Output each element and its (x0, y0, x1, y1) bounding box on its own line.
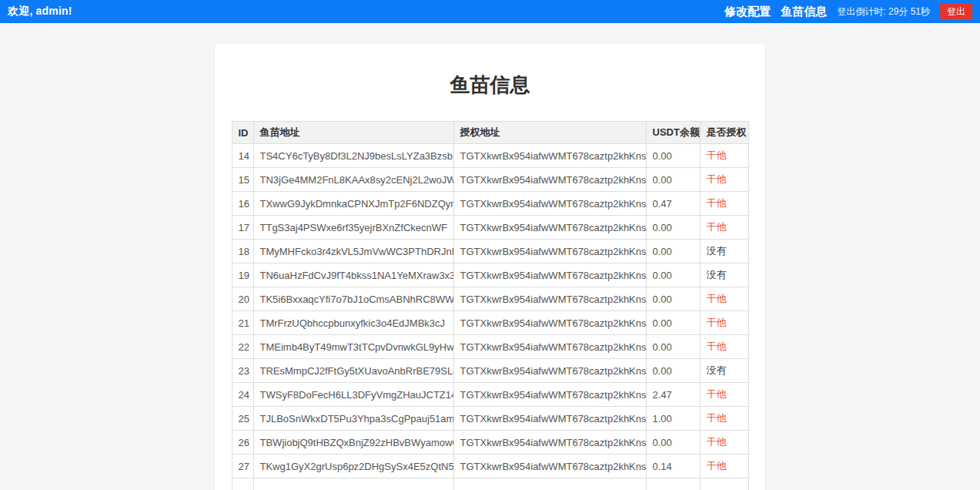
action-link[interactable]: 干他 (707, 412, 727, 424)
navbar-right-group: 修改配置 鱼苗信息 登出倒计时: 29分 51秒 登出 (724, 3, 972, 20)
table-row: 18 TMyMHFcko3r4zkVL5JmVwWC3PThDRJnDMa TG… (232, 240, 748, 263)
cell-id: 25 (232, 407, 253, 431)
cell-id: 23 (232, 359, 253, 383)
table-row: 17 TTgS3aj4PSWxe6rf35yejrBXnZfCkecnWF TG… (232, 216, 748, 240)
cell-balance: 0.00 (646, 431, 700, 455)
cell-auth-address: TGTXkwrBx954iafwWMT678caztp2khKnsM (453, 216, 646, 240)
action-link[interactable]: 干他 (707, 317, 727, 328)
col-header-id: ID (232, 122, 253, 144)
col-header-is-authorized: 是否授权 (700, 122, 748, 144)
table-row: 22 TMEimb4ByT49mwT3tTCpvDvnwkGL9yHwmM TG… (232, 335, 748, 359)
cell-balance: 2.47 (646, 383, 700, 407)
cell-id: 24 (232, 383, 253, 407)
col-header-usdt-balance: USDT余额 (646, 122, 700, 144)
cell-balance: 0.00 (646, 263, 700, 287)
cell-balance: 0.00 (646, 359, 700, 383)
table-row: 24 TWSyF8DoFecH6LL3DFyVmgZHauJCTZ14GE TG… (232, 383, 748, 407)
cell-auth-address: TGTXkwrBx954iafwWMT678caztp2khKnsM (453, 431, 646, 455)
cell-auth-address: TGTXkwrBx954iafwWMT678caztp2khKnsM (453, 287, 646, 311)
logout-button[interactable]: 登出 (940, 3, 972, 20)
cell-action: 干他 (700, 192, 748, 216)
action-link[interactable]: 干他 (707, 173, 727, 185)
cell-auth-address: TGTXkwrBx954iafwWMT678caztp2khKnsM (453, 359, 646, 383)
cell-action: 没有 (700, 263, 748, 287)
action-link[interactable]: 干他 (707, 436, 727, 448)
action-text: 没有 (707, 364, 727, 376)
cell-balance: 0.47 (646, 192, 700, 216)
cell-address: TJLBoSnWkxDT5Pu3Yhpa3sCgPpauj51amf (253, 407, 453, 431)
logout-countdown: 登出倒计时: 29分 51秒 (837, 5, 930, 18)
cell-address: TS4CY6cTyBy8Df3L2NJ9besLsLYZa3Bzsb (253, 144, 453, 168)
table-row: 20 TK5i6BxxaqcYfi7o7bJ1oCmsABNhRC8WWj TG… (232, 287, 748, 311)
action-link[interactable]: 干他 (707, 293, 727, 304)
cell-balance: 0.00 (646, 168, 700, 192)
cell-balance: 1.00 (646, 407, 700, 431)
table-row: 15 TN3jGe4MM2FnL8KAAx8sy2cENj2L2woJWS TG… (232, 168, 748, 192)
cell-action: 干他 (700, 311, 748, 335)
cell-action: 没有 (700, 359, 748, 383)
page-title: 鱼苗信息 (215, 44, 765, 99)
table-row: 26 TBWjiobjQ9tHBZQxBnjZ92zHBvBWyamowC TG… (232, 431, 748, 455)
cell-action: 干他 (700, 144, 748, 168)
cell-action: 干他 (700, 455, 748, 478)
cell-address: TBWjiobjQ9tHBZQxBnjZ92zHBvBWyamowC (253, 431, 453, 455)
cell-address: TMEimb4ByT49mwT3tTCpvDvnwkGL9yHwmM (253, 335, 453, 359)
col-header-auth-address: 授权地址 (453, 122, 646, 144)
cell-id: 17 (232, 216, 253, 240)
action-link[interactable]: 干他 (707, 460, 727, 472)
cell-action: 干他 (700, 216, 748, 240)
cell-balance: 0.00 (646, 240, 700, 263)
cell-address: TWSyF8DoFecH6LL3DFyVmgZHauJCTZ14GE (253, 383, 453, 407)
col-header-fry-address: 鱼苗地址 (253, 122, 453, 144)
action-link[interactable]: 干他 (707, 221, 727, 233)
cell-auth-address: TGTXkwrBx954iafwWMT678caztp2khKnsM (453, 144, 646, 168)
cell-action: 干他 (700, 287, 748, 311)
action-link[interactable]: 干他 (707, 341, 727, 352)
cell-auth-address: TGTXkwrBx954iafwWMT678caztp2khKnsM (453, 240, 646, 263)
cell-address: TK5i6BxxaqcYfi7o7bJ1oCmsABNhRC8WWj (253, 287, 453, 311)
cell-auth-address: TGTXkwrBx954iafwWMT678caztp2khKnsM (453, 407, 646, 431)
table-header-row: ID 鱼苗地址 授权地址 USDT余额 是否授权 (232, 122, 748, 144)
cell-action: 干他 (700, 383, 748, 407)
cell-balance: 0.00 (646, 216, 700, 240)
cell-action: 干他 (700, 335, 748, 359)
cell-action: 干他 (700, 431, 748, 455)
cell-balance: 0.00 (646, 335, 700, 359)
table-body: 14 TS4CY6cTyBy8Df3L2NJ9besLsLYZa3Bzsb TG… (232, 144, 748, 490)
cell-auth-address: TGTXkwrBx954iafwWMT678caztp2khKnsM (453, 263, 646, 287)
cell-balance: 0.00 (646, 311, 700, 335)
cell-auth-address: TGTXkwrBx954iafwWMT678caztp2khKnsM (453, 455, 646, 478)
cell-balance: 0.14 (646, 455, 700, 478)
table-row: 14 TS4CY6cTyBy8Df3L2NJ9besLsLYZa3Bzsb TG… (232, 144, 748, 168)
action-text: 没有 (707, 269, 727, 280)
cell-address: TN3jGe4MM2FnL8KAAx8sy2cENj2L2woJWS (253, 168, 453, 192)
cell-address: TREsMmpCJ2fFtGy5tXUavoAnbRrBE79SLq (253, 359, 453, 383)
cell-id: 22 (232, 335, 253, 359)
action-link[interactable]: 干他 (707, 149, 727, 161)
cell-address: TKwg1GyX2grUsp6pz2DHgSySx4E5zQtN51 (253, 455, 453, 478)
action-link[interactable]: 干他 (707, 197, 727, 209)
cell-id: 19 (232, 263, 253, 287)
cell-auth-address: TGTXkwrBx954iafwWMT678caztp2khKnsM (453, 168, 646, 192)
logout-countdown-value: 29分 51秒 (888, 6, 930, 17)
action-link[interactable]: 干他 (707, 388, 727, 400)
top-navbar: 欢迎, admin! 修改配置 鱼苗信息 登出倒计时: 29分 51秒 登出 (0, 0, 980, 23)
cell-id: 26 (232, 431, 253, 455)
nav-link-fry-info[interactable]: 鱼苗信息 (781, 5, 827, 19)
content-card: 鱼苗信息 ID 鱼苗地址 授权地址 USDT余额 是否授权 14 TS4CY6c… (215, 44, 765, 490)
welcome-text: 欢迎, admin! (8, 5, 72, 18)
cell-id: 18 (232, 240, 253, 263)
table-row: 16 TXwwG9JykDmnkaCPNXJmTp2F6NDZQymsm9 TG… (232, 192, 748, 216)
nav-link-modify-config[interactable]: 修改配置 (724, 5, 771, 19)
action-text: 没有 (707, 245, 727, 257)
cell-id: 27 (232, 455, 253, 478)
cell-auth-address: TGTXkwrBx954iafwWMT678caztp2khKnsM (453, 335, 646, 359)
cell-auth-address: TGTXkwrBx954iafwWMT678caztp2khKnsM (453, 383, 646, 407)
table-row-partial (232, 478, 748, 490)
table-row: 25 TJLBoSnWkxDT5Pu3Yhpa3sCgPpauj51amf TG… (232, 407, 748, 431)
logout-countdown-label: 登出倒计时: (837, 6, 885, 17)
fry-info-table: ID 鱼苗地址 授权地址 USDT余额 是否授权 14 TS4CY6cTyBy8… (232, 121, 749, 490)
cell-address: TMyMHFcko3r4zkVL5JmVwWC3PThDRJnDMa (253, 240, 453, 263)
cell-address: TN6uaHzFdCvJ9fT4bkss1NA1YeMXraw3x3 (253, 263, 453, 287)
cell-balance: 0.00 (646, 287, 700, 311)
